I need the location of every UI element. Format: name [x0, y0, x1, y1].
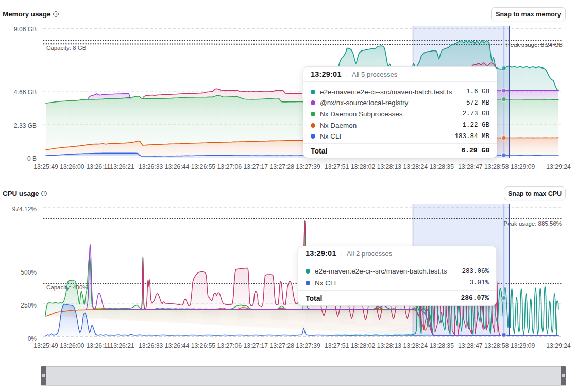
svg-text:974.12%: 974.12%: [12, 206, 37, 213]
svg-text:13:26:11: 13:26:11: [87, 342, 111, 349]
svg-text:13:28:24: 13:28:24: [403, 342, 428, 349]
svg-text:13:28:58: 13:28:58: [484, 163, 509, 171]
svg-text:13:27:17: 13:27:17: [244, 163, 268, 171]
svg-text:9.06 GB: 9.06 GB: [14, 26, 37, 33]
svg-text:13:26:55: 13:26:55: [191, 342, 216, 349]
svg-text:13:26:44: 13:26:44: [165, 342, 190, 349]
svg-text:Capacity: 8 GB: Capacity: 8 GB: [46, 45, 87, 51]
svg-text:13:26:00: 13:26:00: [60, 163, 84, 171]
svg-text:13:28:58: 13:28:58: [484, 342, 509, 349]
svg-text:Peak usage: 885.56%: Peak usage: 885.56%: [503, 220, 562, 227]
svg-text:13:28:47: 13:28:47: [458, 163, 483, 171]
svg-text:13:26:00: 13:26:00: [60, 342, 84, 349]
svg-text:13:27:51: 13:27:51: [325, 163, 349, 171]
svg-text:13:25:49: 13:25:49: [33, 163, 58, 171]
svg-text:13:28:13: 13:28:13: [377, 342, 402, 349]
svg-text:13:29:09: 13:29:09: [511, 163, 535, 171]
svg-text:4.66 GB: 4.66 GB: [14, 89, 37, 96]
svg-text:13:28:13: 13:28:13: [377, 163, 402, 171]
svg-text:0%: 0%: [28, 335, 37, 343]
svg-text:13:26:33: 13:26:33: [139, 342, 163, 349]
svg-text:13:29:09: 13:29:09: [511, 342, 535, 349]
svg-text:13:26:33: 13:26:33: [139, 163, 163, 171]
svg-text:13:28:02: 13:28:02: [351, 163, 376, 171]
svg-text:13:26:55: 13:26:55: [191, 163, 216, 171]
svg-text:500%: 500%: [21, 269, 37, 276]
svg-text:250%: 250%: [21, 302, 37, 309]
svg-text:13:27:06: 13:27:06: [217, 163, 242, 171]
svg-text:13:27:39: 13:27:39: [296, 163, 320, 171]
svg-text:13:27:28: 13:27:28: [269, 342, 294, 349]
svg-text:13:29:24: 13:29:24: [546, 163, 571, 171]
svg-text:13:28:35: 13:28:35: [429, 163, 454, 171]
svg-text:13:26:44: 13:26:44: [165, 163, 190, 171]
svg-text:13:26:21: 13:26:21: [110, 163, 134, 171]
svg-text:13:28:02: 13:28:02: [351, 342, 376, 349]
svg-text:13:26:21: 13:26:21: [110, 342, 134, 349]
svg-text:13:25:49: 13:25:49: [33, 342, 58, 349]
svg-text:Peak usage: 8.24 GB: Peak usage: 8.24 GB: [506, 42, 563, 48]
svg-text:13:28:24: 13:28:24: [403, 163, 428, 171]
svg-text:13:27:51: 13:27:51: [325, 342, 349, 349]
svg-text:0 B: 0 B: [27, 155, 37, 162]
svg-text:13:26:11: 13:26:11: [87, 163, 111, 171]
svg-text:13:28:35: 13:28:35: [429, 342, 454, 349]
svg-text:13:27:06: 13:27:06: [217, 342, 242, 349]
svg-text:13:28:47: 13:28:47: [458, 342, 483, 349]
svg-text:13:27:39: 13:27:39: [296, 342, 320, 349]
svg-text:2.33 GB: 2.33 GB: [14, 122, 37, 129]
svg-text:13:29:24: 13:29:24: [546, 342, 571, 349]
svg-text:13:27:28: 13:27:28: [269, 163, 294, 171]
svg-text:13:27:17: 13:27:17: [244, 342, 268, 349]
